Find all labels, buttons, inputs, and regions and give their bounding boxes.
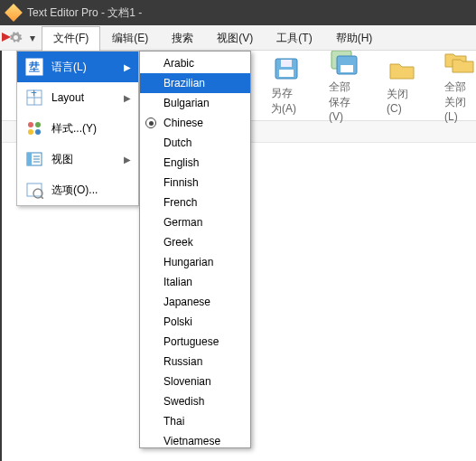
- language-option-label: French: [163, 196, 197, 209]
- svg-point-15: [35, 129, 41, 135]
- ribbon-save-as[interactable]: 另存为(A): [271, 55, 302, 117]
- svg-text:+: +: [31, 89, 37, 99]
- language-option-label: Russian: [163, 355, 202, 368]
- chevron-right-icon: ▶: [124, 62, 131, 72]
- ribbon-save-all[interactable]: 全部保存(V): [329, 49, 359, 123]
- menu-view[interactable]: 视图(V): [205, 25, 265, 51]
- language-option-label: Slovenian: [163, 375, 211, 388]
- chevron-right-icon: ▶: [124, 93, 131, 103]
- language-option[interactable]: Japanese: [140, 292, 250, 312]
- options-icon: [24, 180, 44, 200]
- menu-tools-label: 工具(T): [276, 31, 312, 46]
- save-as-icon: [271, 55, 302, 82]
- language-option-label: Hungarian: [163, 256, 213, 268]
- language-option[interactable]: Dutch: [140, 133, 250, 153]
- language-option[interactable]: Portuguese: [140, 332, 250, 352]
- language-option-label: Swedish: [163, 395, 204, 408]
- language-option-label: German: [163, 216, 202, 229]
- language-option-label: Brazilian: [163, 77, 205, 89]
- svg-rect-5: [341, 65, 353, 72]
- menu-file[interactable]: 文件(F): [42, 26, 100, 52]
- file-submenu: 坓 语言(L) ▶ + Layout ▶ 样式...(Y) 视图 ▶ 选项(O)…: [16, 51, 139, 206]
- language-submenu: ArabicBrazilianBulgarianChineseDutchEngl…: [139, 51, 251, 448]
- language-option[interactable]: Italian: [140, 272, 250, 292]
- language-option[interactable]: Hungarian: [140, 252, 250, 272]
- folder-close-all-icon: [444, 49, 475, 76]
- menu-edit[interactable]: 编辑(E): [100, 25, 160, 51]
- submenu-options[interactable]: 选项(O)...: [17, 174, 138, 205]
- submenu-style-label: 样式...(Y): [51, 121, 131, 136]
- submenu-layout[interactable]: + Layout ▶: [17, 82, 138, 113]
- menu-bar: 文件(F) 编辑(E) 搜索 视图(V) 工具(T) 帮助(H): [42, 25, 384, 51]
- ribbon-save-as-label: 另存为(A): [271, 86, 302, 117]
- submenu-view-label: 视图: [51, 152, 117, 167]
- svg-text:坓: 坓: [28, 61, 40, 73]
- language-option-label: Polski: [163, 315, 192, 328]
- language-option[interactable]: Arabic: [140, 53, 250, 73]
- language-option-label: Arabic: [163, 57, 194, 70]
- title-bar: Text Editor Pro - 文档1 -: [0, 0, 476, 25]
- language-option[interactable]: Swedish: [140, 391, 250, 411]
- language-option-label: Thai: [163, 415, 184, 428]
- language-option-label: English: [163, 156, 199, 169]
- palette-icon: [24, 118, 44, 138]
- language-option[interactable]: German: [140, 212, 250, 232]
- svg-point-13: [35, 122, 41, 127]
- language-option[interactable]: Vietnamese: [140, 431, 250, 451]
- ribbon-close-label: 关闭(C): [387, 87, 417, 115]
- language-option-label: Bulgarian: [163, 97, 210, 109]
- language-option[interactable]: English: [140, 153, 250, 173]
- svg-rect-2: [281, 60, 292, 67]
- submenu-language-label: 语言(L): [51, 60, 117, 75]
- menu-edit-label: 编辑(E): [112, 31, 148, 46]
- language-option[interactable]: Bulgarian: [140, 93, 250, 113]
- language-option[interactable]: Finnish: [140, 173, 250, 193]
- menu-search-label: 搜索: [172, 31, 193, 46]
- language-option[interactable]: Russian: [140, 352, 250, 372]
- menu-tools[interactable]: 工具(T): [265, 25, 323, 51]
- language-option-label: Italian: [163, 276, 192, 288]
- language-option[interactable]: Slovenian: [140, 372, 250, 391]
- svg-rect-17: [27, 153, 32, 165]
- svg-point-14: [28, 129, 33, 135]
- language-option-label: Greek: [163, 236, 193, 249]
- ribbon-close-all[interactable]: 全部关闭(L): [444, 49, 475, 123]
- view-icon: [24, 149, 44, 169]
- language-option[interactable]: Brazilian: [140, 73, 250, 93]
- language-option-label: Japanese: [163, 296, 210, 308]
- layout-icon: +: [24, 88, 44, 108]
- language-icon: 坓: [24, 57, 44, 77]
- submenu-layout-label: Layout: [51, 91, 117, 104]
- language-option-label: Portuguese: [163, 335, 219, 348]
- menu-help[interactable]: 帮助(H): [324, 25, 385, 51]
- chevron-right-icon: ▶: [124, 155, 131, 165]
- ribbon-save-all-label: 全部保存(V): [329, 80, 359, 123]
- menu-search[interactable]: 搜索: [160, 25, 205, 51]
- window-title: Text Editor Pro - 文档1 -: [27, 5, 142, 21]
- language-option[interactable]: Polski: [140, 312, 250, 332]
- menu-help-label: 帮助(H): [336, 31, 373, 46]
- submenu-view[interactable]: 视图 ▶: [17, 144, 138, 174]
- language-option-label: Vietnamese: [163, 435, 220, 447]
- toolbar: ▾ 文件(F) 编辑(E) 搜索 视图(V) 工具(T) 帮助(H): [0, 25, 476, 51]
- app-logo-icon: [5, 4, 23, 22]
- language-option-label: Chinese: [163, 117, 203, 129]
- menu-file-label: 文件(F): [53, 31, 89, 46]
- submenu-style[interactable]: 样式...(Y): [17, 113, 138, 144]
- svg-line-23: [41, 196, 43, 199]
- language-option[interactable]: Greek: [140, 232, 250, 252]
- callout-arrow-icon: [2, 33, 11, 42]
- language-option[interactable]: Chinese: [140, 113, 250, 133]
- ribbon-close-all-label: 全部关闭(L): [444, 80, 475, 123]
- submenu-language[interactable]: 坓 语言(L) ▶: [17, 52, 138, 82]
- submenu-options-label: 选项(O)...: [51, 183, 131, 198]
- language-option[interactable]: French: [140, 193, 250, 212]
- folder-close-icon: [387, 56, 417, 83]
- ribbon-close[interactable]: 关闭(C): [387, 56, 417, 115]
- save-all-icon: [329, 49, 359, 76]
- menu-view-label: 视图(V): [217, 31, 253, 46]
- radio-selected-icon: [145, 118, 156, 128]
- toolbar-dropdown-icon[interactable]: ▾: [25, 32, 40, 44]
- language-option-label: Dutch: [163, 136, 191, 149]
- language-option[interactable]: Thai: [140, 411, 250, 431]
